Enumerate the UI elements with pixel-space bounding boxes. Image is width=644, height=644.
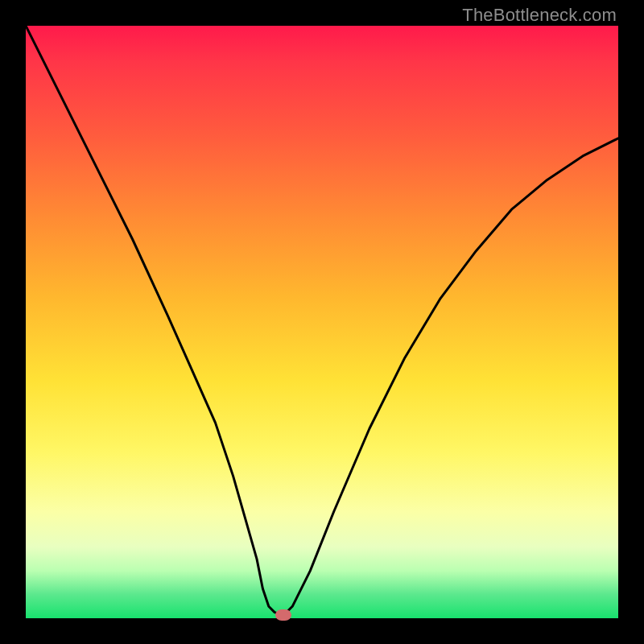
- watermark-text: TheBottleneck.com: [462, 5, 617, 26]
- chart-frame: TheBottleneck.com: [0, 0, 644, 644]
- bottleneck-curve: [26, 26, 618, 618]
- plot-area: [26, 26, 618, 618]
- min-marker: [275, 609, 291, 621]
